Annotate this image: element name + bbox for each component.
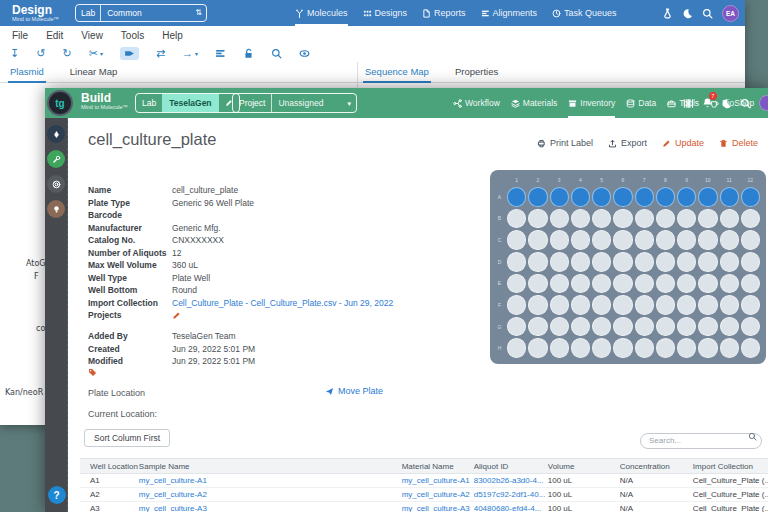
well-A8[interactable]	[656, 187, 675, 207]
toolbar-cut-icon[interactable]: ✂▾	[89, 48, 103, 59]
cell-link[interactable]: my_cell_culture-A1	[402, 476, 470, 485]
well-D4[interactable]	[571, 252, 590, 272]
build-nav-materials[interactable]: Materials	[511, 88, 557, 118]
well-E2[interactable]	[528, 274, 547, 294]
user-avatar-partial[interactable]	[759, 95, 768, 111]
column-header-aliquot-id[interactable]: Aliquot ID	[474, 459, 548, 474]
design-nav-task-queues[interactable]: Task Queues	[552, 0, 617, 26]
tab-linear-map[interactable]: Linear Map	[68, 62, 120, 83]
well-C12[interactable]	[741, 230, 760, 250]
well-E11[interactable]	[720, 274, 739, 294]
well-B3[interactable]	[550, 209, 569, 229]
well-C10[interactable]	[698, 230, 717, 250]
well-H8[interactable]	[656, 338, 675, 358]
well-E9[interactable]	[677, 274, 696, 294]
well-C1[interactable]	[507, 230, 526, 250]
notifications[interactable]: 7	[702, 94, 713, 112]
well-G6[interactable]	[613, 317, 632, 337]
well-E4[interactable]	[571, 274, 590, 294]
well-C4[interactable]	[571, 230, 590, 250]
well-D10[interactable]	[698, 252, 717, 272]
well-B12[interactable]	[741, 209, 760, 229]
export-button[interactable]: Export	[608, 138, 647, 148]
toolbar-alignments-icon[interactable]	[215, 48, 226, 59]
well-C2[interactable]	[528, 230, 547, 250]
well-H12[interactable]	[741, 338, 760, 358]
well-F9[interactable]	[677, 295, 696, 315]
well-A2[interactable]	[528, 187, 547, 207]
well-C3[interactable]	[550, 230, 569, 250]
toolbar-import-icon[interactable]: ↧	[10, 48, 19, 59]
design-nav-alignments[interactable]: Alignments	[481, 0, 538, 26]
well-C9[interactable]	[677, 230, 696, 250]
well-D7[interactable]	[635, 252, 654, 272]
well-D12[interactable]	[741, 252, 760, 272]
well-A6[interactable]	[613, 187, 632, 207]
column-header-sample-name[interactable]: Sample Name	[139, 459, 402, 474]
well-H9[interactable]	[677, 338, 696, 358]
cell-link[interactable]: 40480680-efd4-4...	[474, 504, 542, 512]
user-avatar[interactable]: EA	[722, 5, 739, 22]
well-H1[interactable]	[507, 338, 526, 358]
well-D2[interactable]	[528, 252, 547, 272]
well-A4[interactable]	[571, 187, 590, 207]
well-G4[interactable]	[571, 317, 590, 337]
well-B4[interactable]	[571, 209, 590, 229]
well-H11[interactable]	[720, 338, 739, 358]
well-C5[interactable]	[592, 230, 611, 250]
tab-plasmid[interactable]: Plasmid	[8, 62, 46, 83]
build-nav-workflow[interactable]: Workflow	[453, 88, 500, 118]
update-button[interactable]: Update	[662, 138, 704, 148]
well-B9[interactable]	[677, 209, 696, 229]
toolbar-lock-open-icon[interactable]	[243, 48, 254, 59]
well-A7[interactable]	[635, 187, 654, 207]
cell-link[interactable]: my_cell_culture-A3	[402, 504, 470, 512]
well-B6[interactable]	[613, 209, 632, 229]
toolbar-search-icon[interactable]	[271, 48, 282, 59]
well-F2[interactable]	[528, 295, 547, 315]
well-F1[interactable]	[507, 295, 526, 315]
well-C6[interactable]	[613, 230, 632, 250]
design-nav-designs[interactable]: Designs	[363, 0, 408, 26]
toolbar-feature-icon[interactable]	[120, 47, 139, 60]
well-F6[interactable]	[613, 295, 632, 315]
column-header-import-collection[interactable]: Import Collection	[693, 459, 768, 474]
field-value[interactable]: Cell_Culture_Plate - Cell_Culture_Plate.…	[172, 298, 393, 308]
barcode-icon[interactable]	[683, 98, 694, 109]
well-F10[interactable]	[698, 295, 717, 315]
well-G3[interactable]	[550, 317, 569, 337]
sort-column-first-button[interactable]: Sort Column First	[84, 429, 170, 447]
moon-icon[interactable]	[682, 8, 693, 19]
well-F12[interactable]	[741, 295, 760, 315]
well-H4[interactable]	[571, 338, 590, 358]
well-B7[interactable]	[635, 209, 654, 229]
well-D1[interactable]	[507, 252, 526, 272]
search-icon[interactable]	[740, 98, 751, 109]
design-lab-selector[interactable]: Lab Common ⇅	[75, 4, 207, 22]
cell-link[interactable]: 83002b26-a3d0-4...	[474, 476, 544, 485]
well-D9[interactable]	[677, 252, 696, 272]
cell-link[interactable]: d5197c92-2df1-40...	[474, 490, 546, 499]
well-B10[interactable]	[698, 209, 717, 229]
well-B5[interactable]	[592, 209, 611, 229]
toolbar-eye-icon[interactable]	[299, 48, 310, 59]
well-C11[interactable]	[720, 230, 739, 250]
cell-link[interactable]: my_cell_culture-A2	[139, 490, 207, 499]
well-A12[interactable]	[741, 187, 760, 207]
menu-view[interactable]: View	[81, 30, 103, 41]
delete-button[interactable]: Delete	[719, 138, 758, 148]
tab-properties[interactable]: Properties	[453, 62, 500, 83]
table-row[interactable]: A1my_cell_culture-A1my_cell_culture-A183…	[80, 474, 768, 488]
build-lab-selector[interactable]: Lab TeselaGen	[135, 93, 240, 113]
well-H3[interactable]	[550, 338, 569, 358]
print-label-button[interactable]: Print Label	[537, 138, 593, 148]
well-E12[interactable]	[741, 274, 760, 294]
well-G1[interactable]	[507, 317, 526, 337]
tag-icon[interactable]	[88, 368, 97, 377]
search-icon[interactable]	[748, 432, 757, 441]
move-plate-link[interactable]: Move Plate	[325, 386, 383, 396]
well-D11[interactable]	[720, 252, 739, 272]
cell-link[interactable]: my_cell_culture-A3	[139, 504, 207, 512]
toolbar-redo-icon[interactable]: ↻	[62, 48, 71, 59]
well-G12[interactable]	[741, 317, 760, 337]
